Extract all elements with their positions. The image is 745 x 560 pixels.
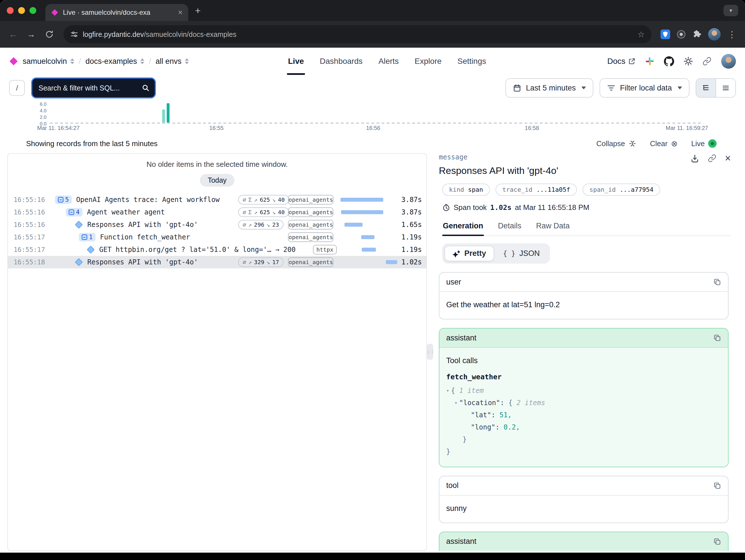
trace-rows: 16:55:16 5 OpenAI Agents trace: Agent wo… bbox=[8, 193, 426, 268]
new-tab-button[interactable]: + bbox=[195, 5, 201, 16]
sparkles-icon bbox=[452, 250, 460, 257]
panel-splitter-handle[interactable]: ⋮⋮ bbox=[427, 344, 433, 360]
copy-button[interactable] bbox=[713, 537, 721, 546]
input-tokens: 625 bbox=[260, 209, 270, 216]
kind-value: span bbox=[468, 186, 483, 193]
search-box[interactable] bbox=[31, 77, 156, 98]
theme-sun-icon[interactable] bbox=[684, 57, 693, 66]
tab-details[interactable]: Details bbox=[497, 218, 522, 236]
json-number: 0.2, bbox=[504, 423, 520, 431]
tab-settings[interactable]: Settings bbox=[458, 48, 486, 75]
tree-indent bbox=[47, 224, 75, 225]
list-view-button[interactable] bbox=[715, 79, 735, 97]
child-count: 4 bbox=[76, 209, 80, 216]
span-label: GET httpbin.org/get ? lat='51.0' & long=… bbox=[99, 246, 271, 254]
copy-button[interactable] bbox=[713, 278, 721, 286]
tree-view-button[interactable] bbox=[696, 79, 715, 97]
adblock-extension-icon[interactable] bbox=[660, 30, 670, 39]
scroll-to-bottom-icon[interactable] bbox=[690, 154, 699, 163]
token-usage-badge: ∅Σ↗625↘40 bbox=[238, 195, 289, 205]
trace-id-badge[interactable]: trace_id...11a05f bbox=[495, 184, 577, 196]
detail-title: Responses API with 'gpt-4o' bbox=[439, 165, 731, 176]
copy-button[interactable] bbox=[713, 334, 721, 342]
reload-button[interactable] bbox=[41, 26, 58, 43]
http-status: 200 bbox=[283, 246, 295, 254]
trace-row[interactable]: 16:55:16 4 Agent weather agent ∅Σ↗625↘40… bbox=[8, 206, 426, 218]
fullscreen-window-button[interactable] bbox=[30, 7, 36, 14]
item-count: 2 items bbox=[517, 399, 545, 407]
extensions-puzzle-icon[interactable] bbox=[692, 30, 702, 39]
user-avatar[interactable] bbox=[721, 54, 736, 69]
search-input[interactable] bbox=[37, 84, 138, 93]
today-pill[interactable]: Today bbox=[200, 174, 235, 187]
collapse-toggle[interactable]: 1 bbox=[79, 233, 96, 241]
filter-local-dropdown[interactable]: Filter local data bbox=[600, 78, 689, 98]
y-tick: 4.0 bbox=[32, 108, 46, 114]
duration-text: 3.87s bbox=[401, 196, 422, 204]
env-selector[interactable]: all envs bbox=[156, 57, 189, 66]
slack-icon[interactable] bbox=[645, 57, 654, 66]
trace-row[interactable]: 16:55:16 Responses API with 'gpt-4o' ∅↗2… bbox=[8, 218, 426, 231]
trace-row[interactable]: 16:55:16 5 OpenAI Agents trace: Agent wo… bbox=[8, 193, 426, 206]
json-line[interactable]: ▾"location": { 2 items bbox=[446, 397, 721, 409]
live-toggle[interactable]: Live bbox=[691, 139, 717, 148]
extension-icon-secondary[interactable] bbox=[676, 30, 686, 39]
row-timestamp: 16:55:16 bbox=[13, 209, 47, 216]
down-arrow-icon: ↘ bbox=[266, 259, 270, 266]
close-panel-icon[interactable]: × bbox=[725, 153, 731, 163]
collapse-minus-icon bbox=[82, 234, 87, 240]
github-icon[interactable] bbox=[664, 56, 674, 66]
tab-raw-data[interactable]: Raw Data bbox=[536, 218, 571, 236]
tab-search-button[interactable]: ▾ bbox=[723, 5, 738, 16]
minimize-window-button[interactable] bbox=[18, 7, 25, 14]
bookmark-star-icon[interactable]: ☆ bbox=[638, 30, 645, 39]
pretty-mode-button[interactable]: Pretty bbox=[445, 246, 494, 261]
json-line[interactable]: ▾{ 1 item bbox=[446, 385, 721, 397]
collapse-toggle[interactable]: 5 bbox=[55, 195, 72, 204]
time-range-label: Last 5 minutes bbox=[526, 84, 576, 92]
trace-row[interactable]: 16:55:17 1 Function fetch_weather openai… bbox=[8, 231, 426, 243]
token-usage-badge: ∅Σ↗625↘40 bbox=[238, 207, 289, 217]
live-indicator-icon bbox=[708, 139, 717, 148]
trace-row-selected[interactable]: 16:55:18 Responses API with 'gpt-4o' ∅↗3… bbox=[8, 256, 426, 268]
duration-track bbox=[339, 248, 406, 252]
tab-generation[interactable]: Generation bbox=[442, 218, 484, 236]
caret-down-icon: ▾ bbox=[454, 398, 458, 407]
tab-live[interactable]: Live bbox=[288, 48, 304, 75]
tab-explore[interactable]: Explore bbox=[415, 48, 442, 75]
docs-link[interactable]: Docs bbox=[607, 57, 636, 66]
back-button[interactable]: ← bbox=[4, 26, 22, 43]
close-window-button[interactable] bbox=[7, 7, 13, 14]
json-mode-button[interactable]: { } JSON bbox=[495, 246, 548, 261]
time-range-dropdown[interactable]: Last 5 minutes bbox=[506, 78, 593, 98]
json-number: 51, bbox=[499, 411, 512, 419]
caret-down-icon: ▾ bbox=[446, 386, 449, 395]
trace-row[interactable]: 16:55:17 GET httpbin.org/get ? lat='51.0… bbox=[8, 243, 426, 256]
span-id-badge[interactable]: span_id...a77954 bbox=[583, 184, 660, 196]
browser-tab[interactable]: Live · samuelcolvin/docs-exa × bbox=[45, 4, 188, 21]
copy-button[interactable] bbox=[713, 482, 721, 490]
assistant-toolcall-card: assistant Tool calls fetch_weather ▾{ 1 … bbox=[439, 328, 728, 467]
tab-dashboards[interactable]: Dashboards bbox=[320, 48, 363, 75]
histogram-plot[interactable] bbox=[50, 103, 703, 124]
url-bar[interactable]: logfire.pydantic.dev/samuelcolvin/docs-e… bbox=[64, 25, 651, 43]
org-selector[interactable]: samuelcolvin bbox=[23, 57, 74, 66]
browser-profile-avatar[interactable] bbox=[708, 28, 721, 40]
logfire-logo[interactable] bbox=[9, 57, 18, 66]
took-suffix: at Mar 11 16:55:18 PM bbox=[515, 203, 589, 212]
share-link-icon[interactable] bbox=[703, 57, 712, 66]
tokens-icon: ∅ bbox=[242, 196, 246, 203]
logfire-favicon bbox=[51, 9, 58, 16]
collapse-label: Collapse bbox=[596, 139, 625, 148]
detail-tabs: Generation Details Raw Data bbox=[442, 218, 731, 236]
collapse-toggle[interactable]: 4 bbox=[66, 208, 83, 216]
filter-lines-icon bbox=[607, 84, 615, 92]
tab-alerts[interactable]: Alerts bbox=[379, 48, 399, 75]
project-selector[interactable]: docs-examples bbox=[86, 57, 144, 66]
browser-menu-icon[interactable]: ⋮ bbox=[727, 30, 737, 39]
clear-button[interactable]: Clear ⊗ bbox=[650, 139, 678, 148]
forward-button[interactable]: → bbox=[23, 26, 40, 43]
tab-close-icon[interactable]: × bbox=[178, 8, 183, 17]
collapse-button[interactable]: Collapse bbox=[596, 139, 637, 148]
copy-link-icon[interactable] bbox=[708, 154, 716, 162]
